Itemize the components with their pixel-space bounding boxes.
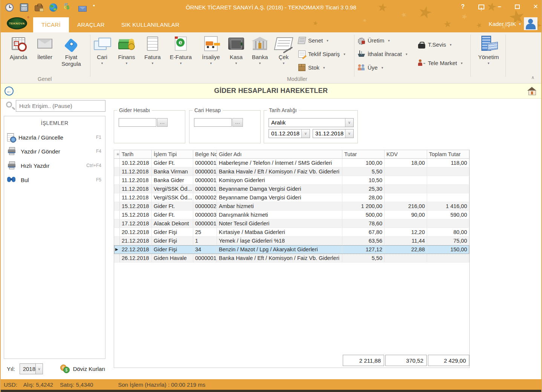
cell-doc[interactable]: 25 [193,228,217,236]
ribbon-button-senet[interactable]: Senet▾ [298,37,328,44]
cell-date[interactable]: 11.12.2018 [120,167,152,176]
cell-total[interactable]: 118,00 [427,159,469,167]
ribbon-button-teklif-siparis[interactable]: Teklif Sipariş▾ [298,50,345,58]
cell-doc[interactable]: 0000001 [193,254,217,262]
cell-vat[interactable]: 90,00 [385,211,427,219]
cell-vat[interactable] [385,167,427,176]
cell-doc[interactable]: 0000001 [193,159,217,167]
table-row[interactable]: 11.12.2018Vergi/SSK Öd...0000001Beyannam… [114,185,469,193]
cell-name[interactable]: Beyanname Damga Vergisi Gideri [217,193,342,202]
ribbon-button-cek[interactable]: Çek▾ [270,35,297,65]
cell-amount[interactable]: 5,50 [342,254,385,262]
cell-doc[interactable]: 0000003 [193,211,217,219]
table-row[interactable]: 11.12.2018Banka Gider0000001Komisyon Gid… [114,176,469,185]
cell-type[interactable]: Gider Ft. [152,202,193,210]
cell-total[interactable]: 590,00 [427,211,469,219]
cell-name[interactable]: Beyanname Damga Vergisi Gideri [217,185,342,193]
cell-amount[interactable]: 100,00 [342,159,385,167]
cell-name[interactable]: Kırtasiye / Matbaa Giderleri [217,228,342,236]
tab-araclar[interactable]: ARAÇLAR [69,17,113,32]
cell-amount[interactable]: 63,56 [342,237,385,245]
table-row[interactable]: 20.12.2018Gider Fişi25Kırtasiye / Matbaa… [114,228,469,237]
cell-date[interactable]: 11.12.2018 [120,193,152,202]
cell-type[interactable]: Banka Gider [152,176,193,184]
cell-amount[interactable]: 5,50 [342,167,385,176]
home-icon[interactable] [527,86,537,96]
help-button[interactable]: ? [461,3,465,11]
cell-vat[interactable]: 18,00 [385,159,427,167]
currency-rates-link[interactable]: Döviz Kurları [73,366,105,372]
cell-type[interactable]: Gider Ft. [152,211,193,219]
cell-doc[interactable]: 0000002 [193,202,217,210]
table-row[interactable]: 17.12.2018Alacak Dekont0000001Noter Tesc… [114,219,469,228]
cell-date[interactable]: 15.12.2018 [120,202,152,210]
gider-hesabi-browse-button[interactable]: ... [157,118,168,127]
maximize-button[interactable] [515,5,520,9]
table-row[interactable]: 15.12.2018Gider Ft.0000002Ambar hizmeti1… [114,202,469,211]
cell-vat[interactable] [385,176,427,184]
ribbon-button-efatura[interactable]: E-Fatura▾ [168,35,194,65]
ribbon-button-iletiler[interactable]: İletiler [32,35,58,61]
ribbon-button-yonetim[interactable]: Yönetim▾ [475,35,502,65]
cell-amount[interactable]: 67,80 [342,228,385,236]
ribbon-button-uretim[interactable]: Üretim▾ [358,37,390,44]
column-header-islem-tipi[interactable]: İşlem Tipi [152,150,193,158]
cell-date[interactable]: 11.12.2018 [120,176,152,184]
user-menu[interactable]: Kader IŞIK ▾ [489,17,537,30]
table-row[interactable]: 15.12.2018Gider Ft.0000003Danışmanlık hi… [114,211,469,219]
cell-total[interactable]: 150,00 [427,245,469,254]
cell-amount[interactable]: 500,00 [342,211,385,219]
cell-doc[interactable]: 0000001 [193,167,217,176]
cell-vat[interactable] [385,185,427,193]
ribbon-button-tsevis[interactable]: T.Sevis▾ [418,41,452,48]
cell-amount[interactable]: 10,50 [342,176,385,184]
cell-date[interactable]: 10.12.2018 [120,159,152,167]
table-row[interactable]: 11.12.2018Banka Virman0000001Banka Haval… [114,167,469,176]
cell-vat[interactable]: 12,20 [385,228,427,236]
tab-sik-kullanilanlar[interactable]: SIK KULLANILANLAR [113,17,188,32]
ribbon-button-banka[interactable]: Banka▾ [247,35,273,65]
cell-total[interactable] [427,219,469,228]
cell-vat[interactable]: 216,00 [385,202,427,210]
cell-date[interactable]: 11.12.2018 [120,185,152,193]
sidebar-item-hizli-yazdir[interactable]: Hızlı Yazdır Ctrl+F4 [4,158,105,173]
fullscreen-button[interactable]: ↑ [478,5,484,9]
ribbon-button-stok[interactable]: Stok▾ [298,64,325,71]
column-header-toplam-tutar[interactable]: Toplam Tutar [427,150,469,158]
cell-name[interactable]: Noter Tescil Giderleri [217,219,342,228]
cell-amount[interactable]: 127,12 [342,245,385,254]
column-header-tutar[interactable]: Tutar [342,150,385,158]
ribbon-button-tele-market[interactable]: Tele Market▾ [418,59,463,67]
cell-doc[interactable]: 34 [193,245,217,254]
ribbon-button-uye[interactable]: Üye▾ [358,64,383,71]
table-row[interactable]: 26.12.2018Giden Havale0000001Banka Haval… [114,254,469,263]
cell-name[interactable]: Komisyon Giderleri [217,176,342,184]
cell-total[interactable] [427,193,469,202]
table-row[interactable]: 10.12.2018Gider Ft.0000001Haberleşme / T… [114,159,469,167]
column-header-tarih[interactable]: Tarih [120,150,152,158]
cell-date[interactable]: 17.12.2018 [120,219,152,228]
cell-doc[interactable]: 0000001 [193,185,217,193]
ribbon-button-irsaliye[interactable]: İrsaliye▾ [198,35,224,65]
cell-type[interactable]: Banka Virman [152,167,193,176]
column-header-kdv[interactable]: KDV [385,150,427,158]
cari-hesap-input[interactable] [194,118,232,127]
cell-type[interactable]: Vergi/SSK Öd... [152,185,193,193]
table-row[interactable]: 11.12.2018Vergi/SSK Öd...0000002Beyannam… [114,193,469,202]
cell-vat[interactable] [385,254,427,262]
avatar[interactable] [524,17,537,30]
cell-date[interactable]: 15.12.2018 [120,211,152,219]
cari-hesap-browse-button[interactable]: ... [232,118,243,127]
cell-total[interactable] [427,176,469,184]
cell-type[interactable]: Gider Fişi [152,245,193,254]
sidebar-item-bul[interactable]: Bul F5 [4,173,105,187]
cell-name[interactable]: Banka Havale / Eft / Komisyon / Faiz Vb.… [217,167,342,176]
gider-hesabi-input[interactable] [119,118,156,127]
cell-date[interactable]: 20.12.2018 [120,228,152,236]
minimize-button[interactable]: – [498,3,501,11]
cell-type[interactable]: Giden Havale [152,254,193,262]
cell-type[interactable]: Gider Fişi [152,237,193,245]
ribbon-collapse-icon[interactable]: ∧ [531,75,534,80]
cell-total[interactable] [427,185,469,193]
cell-name[interactable]: Danışmanlık hizmeti [217,211,342,219]
